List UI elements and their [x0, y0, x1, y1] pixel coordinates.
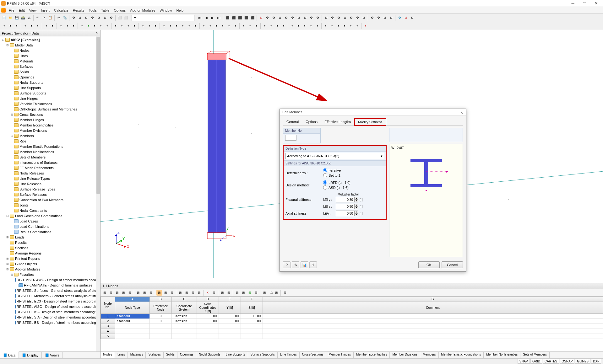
- expander-icon[interactable]: [10, 161, 14, 164]
- t2-e[interactable]: ✦: [29, 23, 34, 29]
- table-tab[interactable]: Sets of Members: [520, 352, 550, 358]
- tool-ag[interactable]: ⚙: [409, 15, 415, 21]
- t2-ab[interactable]: ✦: [186, 23, 192, 29]
- expander-icon[interactable]: [10, 54, 14, 57]
- t2-aj[interactable]: ✦: [241, 23, 247, 29]
- t2-ac[interactable]: ✦: [193, 23, 198, 29]
- keiz-input[interactable]: [336, 204, 355, 209]
- radio-set-to-1[interactable]: [323, 173, 327, 177]
- t2-ai[interactable]: ✦: [232, 23, 238, 29]
- tt-w[interactable]: ⊞: [253, 290, 259, 296]
- tool-ac[interactable]: ⚙: [382, 15, 388, 21]
- expander-icon[interactable]: [10, 182, 14, 185]
- navigator-close-icon[interactable]: ×: [95, 31, 99, 35]
- tree-item[interactable]: Member Eccentricities: [0, 122, 100, 128]
- expander-icon[interactable]: ⊟: [6, 214, 9, 217]
- t2-q[interactable]: ✦: [113, 23, 118, 29]
- tt-h[interactable]: ⊞: [148, 290, 154, 296]
- expander-icon[interactable]: [10, 150, 14, 153]
- tree-item[interactable]: Nodal Supports: [0, 80, 100, 85]
- help-icon[interactable]: ?: [283, 261, 291, 268]
- tt-j[interactable]: ⊞: [163, 290, 168, 296]
- menu-table[interactable]: Table: [99, 8, 111, 13]
- t2-ag[interactable]: ✦: [220, 23, 225, 29]
- table-tab[interactable]: Solids: [164, 352, 177, 358]
- minimize-button[interactable]: ─: [567, 0, 579, 7]
- tree-item[interactable]: Nodes: [0, 48, 100, 53]
- expander-icon[interactable]: [10, 97, 14, 100]
- table-tab[interactable]: Member Eccentricities: [354, 352, 390, 358]
- t2-ak[interactable]: ✦: [247, 23, 253, 29]
- open-icon[interactable]: 📂: [8, 15, 13, 21]
- tt-p[interactable]: ✕: [205, 290, 210, 296]
- tree-item[interactable]: ⊟Load Cases and Combinations: [0, 213, 100, 218]
- tt-a[interactable]: ⊞: [102, 290, 107, 296]
- t2-x[interactable]: ✦: [161, 23, 167, 29]
- paste-icon[interactable]: 📎: [62, 15, 68, 21]
- expander-icon[interactable]: [10, 198, 14, 201]
- tree-item[interactable]: RF-STEEL SIA - Design of steel members a…: [0, 314, 100, 320]
- nav-prev[interactable]: ◀: [204, 15, 209, 21]
- saveall-icon[interactable]: 🗃️: [20, 15, 26, 21]
- tt-d[interactable]: ⊞: [121, 290, 126, 296]
- maximize-button[interactable]: ▢: [579, 0, 590, 7]
- t2-aa[interactable]: ✦: [180, 23, 186, 29]
- tool-h[interactable]: ⬜: [117, 15, 122, 21]
- tool-o[interactable]: ⚙: [290, 15, 295, 21]
- expander-icon[interactable]: [6, 241, 9, 244]
- tree-item[interactable]: Line Supports: [0, 85, 100, 90]
- tool-m[interactable]: ⚙: [277, 15, 283, 21]
- loadcase-combo[interactable]: ▾: [132, 15, 194, 21]
- t2-d[interactable]: ✦: [22, 23, 28, 29]
- expander-icon[interactable]: ⊟: [10, 273, 14, 276]
- tool-r[interactable]: ⚙: [308, 15, 314, 21]
- tt-l[interactable]: ⊞: [177, 290, 183, 296]
- tool-u[interactable]: ⚙: [329, 15, 335, 21]
- menu-options[interactable]: Options: [111, 8, 128, 13]
- tree-item[interactable]: Member Elastic Foundations: [0, 144, 100, 149]
- tree-item[interactable]: FE Mesh Refinements: [0, 165, 100, 170]
- tree-item[interactable]: Joints: [0, 202, 100, 208]
- spin-up-icon[interactable]: ▲: [355, 197, 358, 200]
- info-icon[interactable]: ℹ: [309, 261, 317, 268]
- spin-down-icon[interactable]: ▼: [355, 206, 358, 209]
- tree-item[interactable]: Surfaces: [0, 64, 100, 69]
- t2-k[interactable]: ✦: [71, 23, 76, 29]
- t2-m[interactable]: ✦: [85, 23, 91, 29]
- tree-item[interactable]: ⊟Model Data: [0, 42, 100, 48]
- expander-icon[interactable]: [10, 91, 14, 95]
- statusbar-item[interactable]: GRID: [530, 359, 542, 364]
- tree-item[interactable]: Result Combinations: [0, 229, 100, 234]
- t2-y[interactable]: ✦: [167, 23, 173, 29]
- navigator-tree[interactable]: ⊟AISC* [Examples]⊟Model DataNodesLinesMa…: [0, 36, 100, 351]
- tool-g[interactable]: ⚙: [108, 15, 114, 21]
- t2-t[interactable]: ✦: [132, 23, 137, 29]
- tree-item[interactable]: Results: [0, 240, 100, 245]
- expander-icon[interactable]: [10, 230, 14, 233]
- expander-icon[interactable]: [10, 193, 14, 196]
- expander-icon[interactable]: [10, 219, 14, 223]
- spin-up-icon[interactable]: ▲: [355, 204, 358, 206]
- tree-item[interactable]: RF-STEEL Members - General stress analys…: [0, 293, 100, 298]
- t2-b[interactable]: ✦: [8, 23, 13, 29]
- expander-icon[interactable]: [10, 118, 14, 121]
- t2-o[interactable]: ✦: [98, 23, 104, 29]
- expander-icon[interactable]: [10, 49, 14, 52]
- nodes-table[interactable]: Node No. A B C D E F G Node Type Referen…: [100, 297, 603, 351]
- t2-as[interactable]: ✦: [302, 23, 307, 29]
- table-tab[interactable]: Member Hinges: [326, 352, 354, 358]
- tree-item[interactable]: ⊞Printout Reports: [0, 256, 100, 261]
- tree-item[interactable]: ⊞Cross-Sections: [0, 112, 100, 117]
- tt-q[interactable]: ⊞: [211, 290, 217, 296]
- t2-w[interactable]: ✦: [153, 23, 158, 29]
- t2-l[interactable]: ✦: [79, 23, 85, 29]
- tool-p[interactable]: ⚙: [296, 15, 302, 21]
- view-y[interactable]: ⬛: [237, 15, 243, 21]
- t2-g[interactable]: ✦: [43, 23, 49, 29]
- tt-s[interactable]: ⊞: [226, 290, 231, 296]
- tree-item[interactable]: Orthotropic Surfaces and Membranes: [0, 106, 100, 112]
- t2-av[interactable]: ✦: [323, 23, 329, 29]
- ok-button[interactable]: OK: [418, 261, 440, 268]
- table-row[interactable]: 2Standard0Cartesian0.000.000.00: [101, 319, 603, 324]
- tree-item[interactable]: ⊟Favorites: [0, 272, 100, 277]
